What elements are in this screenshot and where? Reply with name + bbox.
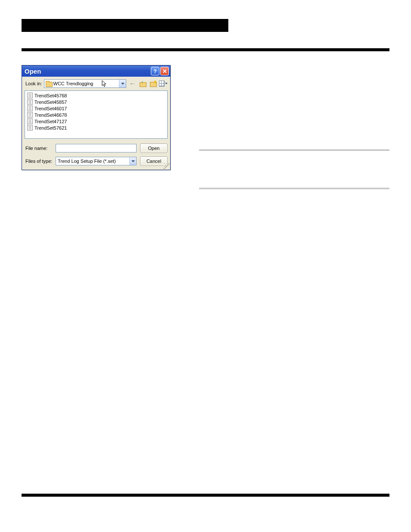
titlebar-help-button[interactable]: ? bbox=[151, 67, 159, 75]
list-item[interactable]: TrendSet45768 bbox=[27, 92, 165, 99]
cancel-button-label: Cancel bbox=[146, 159, 161, 164]
bottom-rule bbox=[22, 494, 389, 497]
chevron-down-icon[interactable] bbox=[119, 80, 126, 87]
close-icon: ✕ bbox=[162, 68, 167, 75]
resize-grip[interactable] bbox=[164, 163, 170, 169]
file-icon bbox=[27, 93, 33, 98]
views-menu-button[interactable] bbox=[159, 79, 168, 88]
open-button[interactable]: Open bbox=[140, 143, 168, 153]
divider-rule bbox=[199, 149, 389, 151]
right-column bbox=[199, 65, 389, 189]
look-in-label: Look in: bbox=[25, 81, 42, 86]
list-item[interactable]: TrendSet47127 bbox=[27, 118, 165, 124]
views-icon bbox=[159, 81, 165, 87]
file-name: TrendSet45768 bbox=[34, 93, 67, 98]
files-of-type-dropdown[interactable]: Trend Log Setup File (*.set) bbox=[56, 157, 137, 165]
file-icon bbox=[27, 106, 33, 111]
file-name-label: File name: bbox=[25, 146, 52, 151]
file-icon bbox=[27, 125, 33, 131]
section-header-band bbox=[22, 19, 228, 32]
new-folder-icon: ✳ bbox=[150, 81, 156, 86]
files-of-type-label: Files of type: bbox=[25, 159, 52, 164]
look-in-value: WCC Trendlogging bbox=[53, 81, 119, 86]
file-list[interactable]: TrendSet45768 TrendSet45857 TrendSet4601… bbox=[25, 90, 168, 139]
top-rule bbox=[22, 48, 389, 51]
open-button-label: Open bbox=[148, 146, 160, 151]
file-name-input[interactable] bbox=[56, 144, 137, 152]
arrow-left-icon: ← bbox=[129, 80, 135, 87]
list-item[interactable]: TrendSet46017 bbox=[27, 105, 165, 112]
chevron-down-icon bbox=[165, 79, 168, 88]
dialog-titlebar[interactable]: Open ? ✕ bbox=[22, 65, 170, 77]
file-icon bbox=[27, 112, 33, 118]
file-name: TrendSet45857 bbox=[34, 100, 67, 105]
new-folder-button[interactable]: ✳ bbox=[149, 79, 157, 88]
file-name: TrendSet46678 bbox=[34, 112, 67, 118]
chevron-down-icon[interactable] bbox=[129, 157, 136, 165]
open-file-dialog: Open ? ✕ Look in: WCC Trendlogging bbox=[22, 65, 171, 170]
look-in-dropdown[interactable]: WCC Trendlogging bbox=[44, 79, 126, 88]
files-of-type-value: Trend Log Setup File (*.set) bbox=[58, 159, 116, 164]
file-icon bbox=[27, 118, 33, 124]
list-item[interactable]: TrendSet45857 bbox=[27, 99, 165, 105]
folder-up-icon: ↑ bbox=[140, 81, 146, 86]
list-item[interactable]: TrendSet57621 bbox=[27, 124, 165, 131]
file-icon bbox=[27, 99, 33, 105]
titlebar-close-button[interactable]: ✕ bbox=[160, 67, 169, 75]
file-name: TrendSet47127 bbox=[34, 119, 67, 124]
dialog-title: Open bbox=[25, 68, 150, 75]
dialog-toolbar: Look in: WCC Trendlogging ← bbox=[22, 77, 170, 90]
file-name: TrendSet46017 bbox=[34, 106, 67, 111]
file-name: TrendSet57621 bbox=[34, 125, 67, 131]
divider-rule bbox=[199, 188, 389, 189]
up-one-level-button[interactable]: ↑ bbox=[138, 79, 147, 88]
help-icon: ? bbox=[153, 68, 157, 75]
back-button[interactable]: ← bbox=[128, 79, 137, 88]
folder-icon bbox=[46, 81, 52, 86]
list-item[interactable]: TrendSet46678 bbox=[27, 112, 165, 118]
